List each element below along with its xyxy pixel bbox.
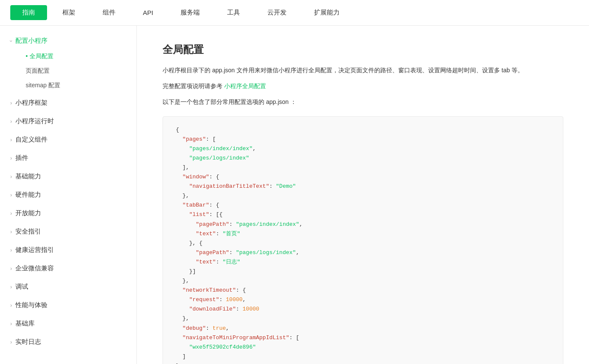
chevron-down-icon: › xyxy=(8,40,14,42)
sidebar-group-health-title[interactable]: › 健康运营指引 xyxy=(0,242,136,258)
sidebar-group-framework-title[interactable]: › 小程序框架 xyxy=(0,95,136,111)
sidebar-group-runtime: › 小程序运行时 xyxy=(0,113,136,130)
sidebar-group-hardware-title[interactable]: › 硬件能力 xyxy=(0,186,136,203)
sidebar-item-sitemap-config[interactable]: sitemap 配置 xyxy=(15,78,136,93)
sidebar-group-security-title[interactable]: › 安全指引 xyxy=(0,223,136,240)
chevron-right-icon-6: › xyxy=(10,192,12,198)
sidebar-group-config-title[interactable]: › 配置小程序 xyxy=(0,33,136,49)
sidebar-group-base-library: › 基础库 xyxy=(0,315,136,332)
chevron-right-icon-10: › xyxy=(10,266,12,272)
chevron-right-icon: › xyxy=(10,100,12,106)
sidebar-group-hardware: › 硬件能力 xyxy=(0,186,136,203)
description-3: 以下是一个包含了部分常用配置选项的 app.json ： xyxy=(163,97,563,107)
tab-api[interactable]: API xyxy=(131,6,165,20)
chevron-right-icon-3: › xyxy=(10,137,12,143)
sidebar-group-open-ability: › 开放能力 xyxy=(0,205,136,222)
chevron-right-icon-12: › xyxy=(10,302,12,308)
sidebar-group-framework: › 小程序框架 xyxy=(0,95,136,111)
tab-framework[interactable]: 框架 xyxy=(50,5,87,20)
sidebar-group-base-library-title[interactable]: › 基础库 xyxy=(0,315,136,332)
chevron-right-icon-4: › xyxy=(10,155,12,161)
sidebar-group-security: › 安全指引 xyxy=(0,223,136,240)
sidebar-group-wework-title[interactable]: › 企业微信兼容 xyxy=(0,260,136,277)
desc2-prefix: 完整配置项说明请参考 xyxy=(163,83,222,89)
main-content: 全局配置 小程序根目录下的 app.json 文件用来对微信小程序进行全局配置，… xyxy=(137,26,589,364)
sidebar-group-basic-ability: › 基础能力 xyxy=(0,168,136,185)
chevron-right-icon-13: › xyxy=(10,321,12,327)
sidebar-group-open-ability-title[interactable]: › 开放能力 xyxy=(0,205,136,222)
layout: › 配置小程序 全局配置 页面配置 sitemap 配置 › 小程序框架 › 小… xyxy=(0,26,589,364)
sidebar-group-performance: › 性能与体验 xyxy=(0,297,136,314)
chevron-right-icon-5: › xyxy=(10,174,12,180)
top-nav: 指南 框架 组件 API 服务端 工具 云开发 扩展能力 xyxy=(0,0,589,26)
tab-extensions[interactable]: 扩展能力 xyxy=(302,5,352,20)
sidebar-group-realtime-log-title[interactable]: › 实时日志 xyxy=(0,334,136,350)
global-config-link[interactable]: 小程序全局配置 xyxy=(224,83,266,89)
sidebar-group-plugin-title[interactable]: › 插件 xyxy=(0,150,136,166)
sidebar-group-performance-title[interactable]: › 性能与体验 xyxy=(0,297,136,314)
sidebar-group-custom-components: › 自定义组件 xyxy=(0,131,136,148)
chevron-right-icon-9: › xyxy=(10,247,12,253)
sidebar-group-debug-title[interactable]: › 调试 xyxy=(0,278,136,295)
chevron-right-icon-8: › xyxy=(10,229,12,235)
tab-cloud[interactable]: 云开发 xyxy=(255,5,299,20)
tab-components[interactable]: 组件 xyxy=(91,5,127,20)
sidebar-group-config: › 配置小程序 全局配置 页面配置 sitemap 配置 xyxy=(0,33,136,93)
chevron-right-icon-14: › xyxy=(10,339,12,345)
page-title: 全局配置 xyxy=(163,43,563,56)
sidebar-group-plugin: › 插件 xyxy=(0,150,136,166)
sidebar-group-basic-ability-title[interactable]: › 基础能力 xyxy=(0,168,136,185)
sidebar-item-global-config[interactable]: 全局配置 xyxy=(15,49,136,64)
sidebar-group-wework: › 企业微信兼容 xyxy=(0,260,136,277)
sidebar-group-debug: › 调试 xyxy=(0,278,136,295)
chevron-right-icon-7: › xyxy=(10,210,12,216)
chevron-right-icon-2: › xyxy=(10,118,12,124)
chevron-right-icon-11: › xyxy=(10,284,12,290)
tab-server[interactable]: 服务端 xyxy=(169,5,212,20)
sidebar-sub-items-config: 全局配置 页面配置 sitemap 配置 xyxy=(0,49,136,93)
code-block: { "pages": [ "pages/index/index", "pages… xyxy=(163,116,563,364)
sidebar-group-health: › 健康运营指引 xyxy=(0,242,136,258)
sidebar-group-custom-components-title[interactable]: › 自定义组件 xyxy=(0,131,136,148)
sidebar-group-runtime-title[interactable]: › 小程序运行时 xyxy=(0,113,136,130)
sidebar: › 配置小程序 全局配置 页面配置 sitemap 配置 › 小程序框架 › 小… xyxy=(0,26,137,364)
description-2: 完整配置项说明请参考 小程序全局配置 xyxy=(163,81,563,92)
tab-tools[interactable]: 工具 xyxy=(215,5,252,20)
sidebar-item-page-config[interactable]: 页面配置 xyxy=(15,64,136,78)
sidebar-group-realtime-log: › 实时日志 xyxy=(0,334,136,350)
description-1: 小程序根目录下的 app.json 文件用来对微信小程序进行全局配置，决定页面文… xyxy=(163,65,563,76)
tab-guide[interactable]: 指南 xyxy=(10,5,47,20)
